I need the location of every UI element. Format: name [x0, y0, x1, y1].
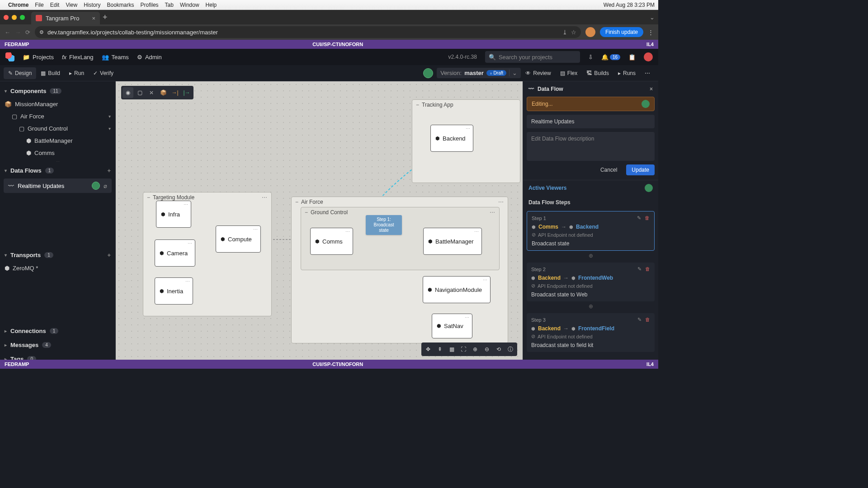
tool-export-icon[interactable]: |→: [181, 87, 192, 98]
step-card-1[interactable]: Step 1✎🗑 ⬢Comms→⬢Backend ⊘API Endpoint n…: [527, 211, 655, 251]
step-card-2[interactable]: Step 2✎🗑 ⬢Backend→⬢FrontendWeb ⊘API Endp…: [527, 263, 655, 301]
site-settings-icon[interactable]: ⚙: [39, 29, 44, 35]
tree-missionmanager[interactable]: 📦MissionManager: [0, 98, 115, 110]
group-menu-icon[interactable]: ⋯: [262, 194, 268, 201]
close-icon[interactable]: ×: [650, 86, 653, 92]
edit-step-icon[interactable]: ✎: [637, 215, 641, 221]
move-icon[interactable]: ✥: [423, 344, 434, 355]
delete-step-icon[interactable]: 🗑: [645, 215, 650, 221]
traffic-lights[interactable]: [4, 15, 25, 20]
collapse-icon[interactable]: −: [416, 102, 419, 108]
menubar-window[interactable]: Window: [180, 2, 199, 8]
tool-import-icon[interactable]: →|: [170, 87, 180, 98]
profile-avatar-icon[interactable]: [585, 27, 595, 37]
reset-icon[interactable]: ⟲: [493, 344, 504, 355]
add-transport-button[interactable]: +: [107, 252, 111, 258]
section-messages[interactable]: ▸Messages4: [0, 338, 115, 352]
node-infra[interactable]: ⬢Infra⋯: [156, 201, 191, 228]
forward-icon[interactable]: →: [15, 29, 21, 36]
version-selector[interactable]: Version: master ⬨ Draft ⌄: [437, 68, 521, 78]
tab-dropdown-icon[interactable]: ⌄: [650, 14, 655, 21]
finish-update-button[interactable]: Finish update: [600, 27, 643, 37]
tree-comms[interactable]: ⬢Comms: [0, 147, 115, 159]
dataflow-name-input[interactable]: Realtime Updates: [527, 115, 655, 128]
menubar-edit[interactable]: Edit: [50, 2, 60, 8]
layers-icon[interactable]: ▦: [446, 344, 457, 355]
menubar-view[interactable]: View: [66, 2, 77, 8]
edit-step-icon[interactable]: ✎: [637, 317, 642, 323]
bookmark-icon[interactable]: ☆: [571, 29, 576, 36]
nav-flexlang[interactable]: fx FlexLang: [62, 54, 94, 61]
action-review[interactable]: 👁 Review: [521, 67, 555, 79]
browser-menu-icon[interactable]: ⋮: [648, 29, 654, 36]
action-runs[interactable]: ▸ Runs: [613, 67, 640, 79]
action-flex[interactable]: ▤ Flex: [556, 67, 582, 79]
cancel-button[interactable]: Cancel: [595, 164, 623, 175]
step-card-3[interactable]: Step 3✎🗑 ⬢Backend→⬢FrontendField ⊘API En…: [527, 313, 655, 352]
node-comms[interactable]: ⬢Comms⋯: [310, 228, 353, 255]
action-builds[interactable]: 🏗 Builds: [582, 67, 613, 79]
collaborator-avatar[interactable]: [423, 68, 433, 78]
transport-zeromq[interactable]: ⬢ZeroMQ *: [0, 262, 115, 274]
add-dataflow-button[interactable]: +: [107, 167, 111, 174]
download-icon[interactable]: ⇩: [588, 54, 593, 61]
node-compute[interactable]: ⬢Compute⋯: [216, 225, 261, 253]
tool-connect-icon[interactable]: ⤫: [146, 87, 157, 98]
menubar-file[interactable]: File: [35, 2, 43, 8]
tool-cube-icon[interactable]: ◉: [123, 87, 133, 98]
address-bar[interactable]: ⚙ dev.tangramflex.io/projects/collab-tes…: [35, 26, 581, 38]
tool-package-icon[interactable]: 📦: [158, 87, 169, 98]
tab-build[interactable]: ▦ Build: [36, 67, 65, 79]
active-viewers-section[interactable]: Active Viewers: [523, 180, 658, 196]
delete-step-icon[interactable]: 🗑: [645, 266, 650, 272]
node-camera[interactable]: ⬢Camera⋯: [155, 239, 195, 267]
tab-verify[interactable]: ✓ Verify: [89, 67, 118, 79]
zoom-in-icon[interactable]: ⊕: [470, 344, 481, 355]
back-icon[interactable]: ←: [5, 29, 10, 36]
tab-run[interactable]: ▸ Run: [65, 67, 89, 79]
section-connections[interactable]: ▸Connections1: [0, 324, 115, 338]
flow-step-label[interactable]: Step 1: Broadcaststate: [366, 215, 402, 235]
browser-tab[interactable]: Tangram Pro ×: [31, 12, 100, 24]
tool-select-icon[interactable]: ▢: [134, 87, 145, 98]
tree-airforce[interactable]: ▢Air Force▾: [0, 110, 115, 122]
tab-design[interactable]: ✎ Design: [4, 67, 36, 79]
design-canvas[interactable]: ◉ ▢ ⤫ 📦 →| |→ −Tracking App⋯ ⬢Backend⋯: [116, 81, 523, 360]
tab-close-icon[interactable]: ×: [92, 15, 95, 22]
dataflow-description-input[interactable]: Edit Data Flow description: [527, 132, 655, 161]
menubar-history[interactable]: History: [84, 2, 100, 8]
group-tracking-app[interactable]: −Tracking App⋯ ⬢Backend⋯: [412, 99, 520, 183]
fit-icon[interactable]: ⛶: [458, 344, 469, 355]
section-dataflows[interactable]: ▾Data Flows 1 +: [0, 164, 115, 178]
install-icon[interactable]: ⤓: [562, 29, 567, 36]
add-step-between[interactable]: ⊕: [523, 303, 658, 310]
group-targeting[interactable]: −Targeting Module⋯ ⬢Infra⋯ ⬢Compute⋯ ⬢Ca…: [143, 192, 272, 316]
edit-step-icon[interactable]: ✎: [637, 266, 642, 272]
action-more[interactable]: ⋯: [640, 67, 655, 79]
menubar-tab[interactable]: Tab: [165, 2, 174, 8]
tree-groundcontrol[interactable]: ▢Ground Control▾: [0, 122, 115, 135]
node-navigationmodule[interactable]: ⬢NavigationModule⋯: [423, 276, 491, 303]
node-battlemanager[interactable]: ⬢BattleManager⋯: [423, 228, 482, 255]
zoom-out-icon[interactable]: ⊖: [481, 344, 492, 355]
group-menu-icon[interactable]: ⋯: [498, 199, 504, 205]
node-satnav[interactable]: ⬢SatNav⋯: [432, 314, 472, 338]
resize-handle[interactable]: ⋯: [0, 159, 115, 164]
new-tab-button[interactable]: +: [103, 13, 108, 22]
flow-hide-icon[interactable]: ⌀: [104, 183, 107, 189]
node-inertia[interactable]: ⬢Inertia⋯: [155, 277, 193, 305]
notifications-icon[interactable]: 🔔16: [601, 54, 620, 61]
project-search[interactable]: 🔍 Search your projects: [485, 51, 580, 63]
menubar-app[interactable]: Chrome: [8, 2, 28, 8]
node-menu-icon[interactable]: ⋯: [466, 126, 471, 131]
add-step-between[interactable]: ⊕: [523, 253, 658, 259]
menubar-help[interactable]: Help: [206, 2, 217, 8]
section-tags[interactable]: ▸Tags0: [0, 352, 115, 360]
reload-icon[interactable]: ⟳: [25, 29, 30, 36]
app-logo-icon[interactable]: [5, 52, 14, 61]
section-components[interactable]: ▾ Components 11: [0, 84, 115, 98]
nav-admin[interactable]: ⚙ Admin: [137, 54, 162, 61]
tree-battlemanager[interactable]: ⬢BattleManager: [0, 135, 115, 147]
dataflow-realtime-updates[interactable]: 〰 Realtime Updates ⌀: [4, 178, 112, 193]
info-icon[interactable]: ⓘ: [505, 344, 516, 355]
